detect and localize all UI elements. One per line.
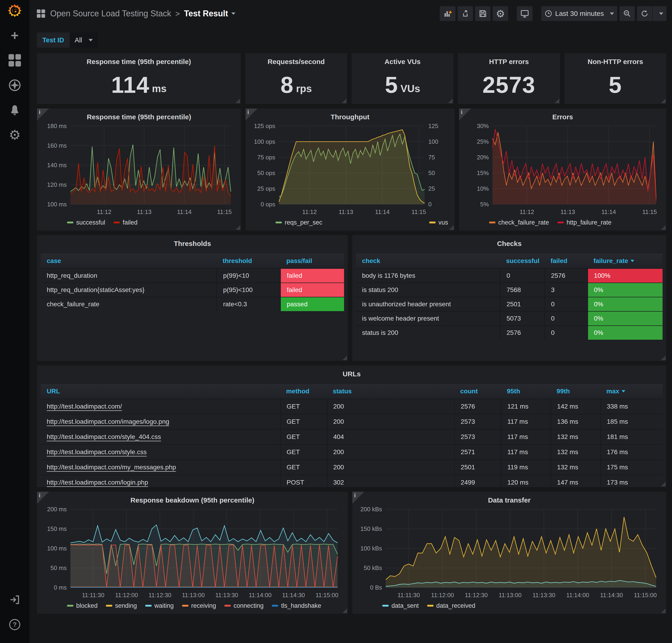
sign-in-icon[interactable] [8,592,22,607]
resize-handle[interactable] [661,482,665,486]
column-header[interactable]: check [356,257,500,265]
legend-item-successful[interactable]: successful [67,219,105,226]
table-cell: 175 ms [600,460,662,475]
refresh-interval-dropdown[interactable] [652,6,667,21]
resize-handle[interactable] [342,99,346,103]
url-link[interactable]: http://test.loadimpact.com/my_messages.p… [47,464,176,471]
explore-compass-icon[interactable] [8,78,22,93]
status-badge: 0% [588,297,662,311]
throughput-chart[interactable]: 0 ops025 ops2550 ops5075 ops75100 ops100… [248,122,452,218]
panel-title: Response beakdown (95th percentile) [37,492,348,504]
legend-item-waiting[interactable]: waiting [145,602,174,609]
chart-legend: data_sentdata_received [352,601,666,614]
time-range-picker[interactable]: Last 30 minutes [541,6,617,21]
grafana-logo[interactable] [8,3,22,18]
svg-text:11:12: 11:12 [520,208,534,215]
data-transfer-chart[interactable]: 0 Bs50 kBs100 kBs150 kBs200 kBs11:11:301… [354,506,664,601]
url-link[interactable]: http://test.loadimpact.com/login.php [47,479,148,486]
panel-info-icon[interactable]: i [37,108,49,120]
panel-info-icon[interactable]: i [459,108,471,120]
legend-item-blocked[interactable]: blocked [67,602,98,609]
settings-gear-icon[interactable]: ⚙ [8,128,22,142]
panel-throughput-chart: i Throughput 0 ops025 ops2550 ops5075 op… [245,108,455,231]
svg-text:11:13:30: 11:13:30 [533,592,555,598]
column-header[interactable]: 95th [501,388,550,395]
legend-item-data_received[interactable]: data_received [427,602,475,609]
legend-item-receiving[interactable]: receiving [182,602,216,609]
legend-item-connecting[interactable]: connecting [224,602,264,609]
resize-handle[interactable] [448,99,453,103]
column-header[interactable]: method [280,388,327,395]
refresh-button[interactable] [637,6,652,21]
add-panel-button[interactable] [440,6,456,21]
svg-text:100 ops: 100 ops [254,138,275,145]
resize-handle[interactable] [661,225,665,230]
panel-stat-requests-per-second[interactable]: Requests/second 8rps [245,53,347,104]
url-link[interactable]: http://test.loadimpact.com/style_404.css [47,433,161,440]
breadcrumb-page[interactable]: Test Result [184,9,228,19]
resize-handle[interactable] [661,355,665,360]
resize-handle[interactable] [343,355,347,360]
url-link[interactable]: http://test.loadimpact.com/style.css [47,448,147,456]
column-header[interactable]: 99th [551,388,600,395]
column-header[interactable]: threshold [216,257,280,265]
resize-handle[interactable] [449,225,454,230]
table-row: http://test.loadimpact.com/style.cssGET2… [41,444,662,459]
table-cell: is welcome header present [356,312,500,325]
resize-handle[interactable] [236,225,240,230]
help-icon[interactable]: ? [8,617,22,632]
column-header[interactable]: max [600,388,662,395]
column-header[interactable]: failed [545,257,587,265]
legend-item-vus[interactable]: vus [429,219,448,226]
resize-handle[interactable] [343,608,347,613]
svg-text:180 ms: 180 ms [47,122,67,130]
legend-item-check_failure_rate[interactable]: check_failure_rate [489,219,549,226]
legend-item-tls_handshake[interactable]: tls_handshake [272,602,321,609]
svg-text:11:15:00: 11:15:00 [315,592,338,598]
breadcrumb-dashboard[interactable]: Open Source Load Testing Stack [50,9,171,19]
panel-stat-active-vus[interactable]: Active VUs 5VUs [351,53,453,104]
zoom-out-button[interactable] [620,6,635,21]
panel-stat-response-time[interactable]: Response time (95th percentile) 114ms [37,53,241,104]
column-header[interactable]: count [454,388,501,395]
legend-item-http_failure_rate[interactable]: http_failure_rate [557,219,611,226]
column-header[interactable]: successful [500,257,545,265]
create-plus-icon[interactable]: + [8,28,22,43]
dashboards-icon[interactable] [8,53,22,68]
dashboard-grid-icon[interactable] [37,10,45,18]
url-link[interactable]: http://test.loadimpact.com/ [47,403,122,410]
legend-item-data_sent[interactable]: data_sent [382,602,419,609]
column-header[interactable]: URL [41,388,280,395]
save-button[interactable] [475,6,490,21]
response-time-chart[interactable]: 100 ms120 ms140 ms160 ms180 ms11:1211:13… [39,122,239,218]
resize-handle[interactable] [661,99,665,103]
legend-item-failed[interactable]: failed [113,219,138,226]
resize-handle[interactable] [235,99,240,103]
table-cell: 117 ms [501,414,550,429]
chevron-down-icon[interactable] [231,12,235,15]
resize-handle[interactable] [555,99,559,103]
column-header[interactable]: pass/fail [280,257,344,265]
table-cell: http_req_duration [41,269,216,282]
panel-info-icon[interactable]: i [37,492,49,504]
panel-stat-http-errors[interactable]: HTTP errors 2573 [458,53,560,104]
status-badge: 0% [588,326,662,340]
testid-filter-value[interactable]: All [70,33,98,48]
alerting-bell-icon[interactable] [8,103,22,118]
settings-gear-button[interactable]: ⚙ [493,6,508,21]
table-row: is status 200756830% [356,282,662,297]
panel-info-icon[interactable]: i [352,492,364,504]
column-header[interactable]: failure_rate [587,257,662,265]
legend-item-reqs_per_sec[interactable]: reqs_per_sec [275,219,322,226]
kiosk-monitor-button[interactable] [517,6,533,21]
panel-info-icon[interactable]: i [246,108,258,120]
errors-chart[interactable]: 5%10%15%20%25%30%11:1211:1311:1411:15 [461,122,664,218]
legend-item-sending[interactable]: sending [106,602,137,609]
url-link[interactable]: http://test.loadimpact.com/images/logo.p… [47,418,169,425]
resize-handle[interactable] [661,608,665,613]
column-header[interactable]: case [41,257,216,265]
share-button[interactable] [458,6,473,21]
column-header[interactable]: status [327,388,454,395]
panel-stat-non-http-errors[interactable]: Non-HTTP errors 5 [564,53,667,104]
response-breakdown-chart[interactable]: 0 ms50 ms100 ms150 ms200 ms11:11:3011:12… [39,506,346,601]
